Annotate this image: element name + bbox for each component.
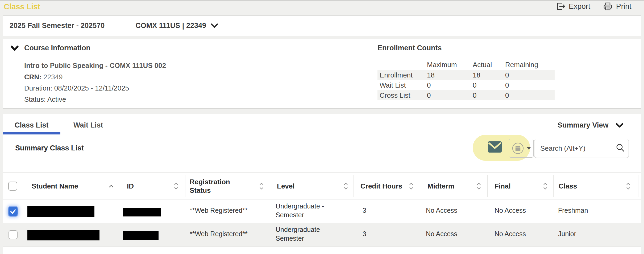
- crn-label: CRN:: [24, 73, 41, 81]
- export-button[interactable]: Export: [556, 2, 590, 11]
- vertical-divider: [320, 59, 320, 104]
- final-cell: No Access: [495, 206, 526, 215]
- course-info-panel: Course Information Intro to Public Speak…: [3, 39, 641, 109]
- cross-list-row: Cross List 0 0 0: [377, 90, 555, 100]
- search-box: [534, 139, 629, 158]
- print-button[interactable]: Print: [603, 2, 631, 11]
- column-label: Class: [559, 182, 577, 190]
- print-icon: [603, 2, 613, 11]
- export-icon: [556, 2, 566, 11]
- active-tab-indicator: [3, 132, 60, 134]
- redacted-student-id: [123, 208, 161, 216]
- caret-down-icon: [527, 147, 531, 150]
- summary-view-dropdown[interactable]: Summary View: [558, 121, 624, 129]
- search-icon[interactable]: [615, 143, 626, 154]
- sort-icon: [476, 182, 481, 190]
- enrollment-col-remaining: Remaining: [505, 61, 555, 69]
- remaining-value: 0: [505, 91, 555, 100]
- page-title: Class List: [4, 2, 40, 11]
- status-value: Active: [47, 95, 66, 103]
- row-label: Enrollment: [377, 71, 427, 79]
- summary-view-label: Summary View: [558, 121, 609, 129]
- tab-class-list[interactable]: Class List: [15, 121, 49, 129]
- redacted-student-name: [27, 230, 99, 240]
- term-label: 2025 Fall Semester - 202570: [10, 22, 105, 30]
- credit-hours-cell: 3: [363, 230, 366, 238]
- course-title: Intro to Public Speaking - COMX 111US 00…: [24, 62, 166, 70]
- duration-label: Duration:: [24, 84, 52, 92]
- course-select-dropdown[interactable]: COMX 111US | 22349: [135, 22, 218, 30]
- enrollment-header-row: Maximum Actual Remaining: [377, 59, 555, 70]
- enrollment-col-actual: Actual: [473, 61, 505, 69]
- credit-hours-cell: 3: [363, 206, 366, 215]
- print-label: Print: [616, 2, 631, 11]
- table-row: Undergraduate - Semester: [3, 247, 641, 254]
- enrollment-col-maximum: Maximum: [427, 61, 473, 69]
- duration-value: 08/20/2025 - 12/11/2025: [54, 84, 129, 92]
- sort-icon: [259, 182, 264, 190]
- midterm-cell: No Access: [426, 206, 457, 215]
- wait-list-row: Wait List 0 0 0: [377, 80, 555, 90]
- crn-value: 22349: [43, 73, 63, 81]
- actual-value: 0: [473, 81, 505, 89]
- collapse-section-chevron-icon[interactable]: [10, 45, 19, 53]
- midterm-cell: No Access: [426, 230, 457, 238]
- table-row: **Web Registered** Undergraduate - Semes…: [3, 199, 641, 223]
- email-icon: [488, 141, 502, 153]
- column-header-midterm[interactable]: Midterm: [427, 173, 481, 199]
- sort-ascending-icon: [109, 184, 114, 188]
- table-row: **Web Registered** Undergraduate - Semes…: [3, 223, 641, 247]
- column-label: ID: [127, 182, 134, 190]
- column-header-id[interactable]: ID: [127, 173, 178, 199]
- status-line: Status: Active: [24, 95, 66, 104]
- final-cell: No Access: [495, 230, 526, 238]
- column-header-level[interactable]: Level: [277, 173, 348, 199]
- summary-class-list-heading: Summary Class List: [15, 144, 84, 152]
- course-info-heading: Course Information: [24, 44, 90, 52]
- enrollment-row: Enrollment 18 18 0: [377, 70, 555, 80]
- column-header-student-name[interactable]: Student Name: [32, 173, 114, 199]
- row-label: Wait List: [377, 81, 427, 89]
- column-label: Level: [277, 182, 295, 190]
- registration-status-cell: **Web Registered**: [190, 230, 248, 238]
- check-icon: [9, 207, 17, 215]
- column-label: Midterm: [427, 182, 454, 190]
- class-cell: Junior: [558, 230, 576, 238]
- class-cell: Freshman: [558, 206, 588, 215]
- enrollment-counts-heading: Enrollment Counts: [377, 44, 442, 52]
- level-cell: Undergraduate - Semester: [276, 252, 330, 254]
- sort-icon: [343, 182, 348, 190]
- status-label: Status:: [24, 95, 46, 103]
- export-label: Export: [569, 2, 590, 11]
- row-label: Cross List: [377, 91, 427, 100]
- registration-status-cell: **Web Registered**: [190, 206, 248, 215]
- redacted-student-id: [123, 231, 159, 240]
- maximum-value: 18: [427, 71, 473, 79]
- column-label: Student Name: [32, 182, 78, 190]
- chevron-down-icon: [616, 123, 624, 128]
- column-label: Registration Status: [190, 178, 236, 195]
- columns-icon: [512, 142, 524, 154]
- sort-icon: [174, 182, 178, 190]
- redacted-student-name: [27, 206, 94, 217]
- class-list-page: Class List Export Print 2025 Fall Semest…: [0, 0, 644, 254]
- email-button[interactable]: [488, 141, 502, 153]
- row-checkbox[interactable]: [9, 230, 18, 239]
- column-label: Final: [495, 182, 511, 190]
- duration-line: Duration: 08/20/2025 - 12/11/2025: [24, 84, 129, 92]
- chevron-down-icon: [210, 23, 218, 28]
- select-all-checkbox[interactable]: [8, 182, 17, 191]
- sort-icon: [543, 182, 548, 190]
- row-checkbox[interactable]: [9, 207, 18, 216]
- maximum-value: 0: [427, 81, 473, 89]
- level-cell: Undergraduate - Semester: [276, 202, 330, 219]
- search-input[interactable]: [534, 139, 629, 158]
- column-header-class[interactable]: Class: [559, 173, 631, 199]
- column-header-final[interactable]: Final: [495, 173, 548, 199]
- column-header-credit-hours[interactable]: Credit Hours: [360, 173, 414, 199]
- column-header-registration-status[interactable]: Registration Status: [190, 173, 264, 199]
- class-list-panel: Class List Wait List Summary View Summar…: [3, 114, 641, 254]
- tab-wait-list[interactable]: Wait List: [73, 121, 103, 129]
- maximum-value: 0: [427, 91, 473, 100]
- tools-dropdown-button[interactable]: [509, 139, 534, 158]
